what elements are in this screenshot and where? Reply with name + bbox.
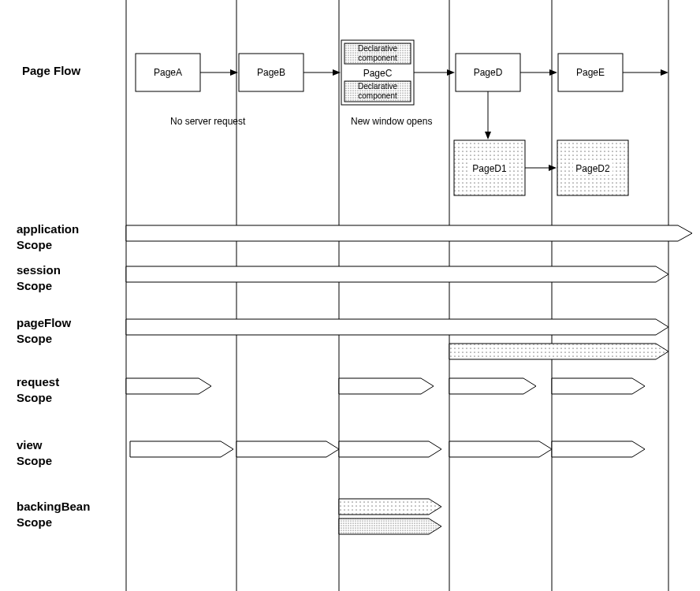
page-e-label: PageE xyxy=(576,67,605,78)
declarative-top-l1: Declarative xyxy=(358,44,397,53)
page-c-label: PageC xyxy=(363,68,393,79)
page-d1-box: PageD1 xyxy=(454,140,525,195)
page-d1-label: PageD1 xyxy=(472,163,507,174)
page-e-box: PageE xyxy=(558,54,623,91)
backingbean-scope-l2: Scope xyxy=(17,515,52,529)
declarative-bottom-l2: component xyxy=(358,91,397,100)
session-scope-arrow xyxy=(126,266,668,282)
page-d-label: PageD xyxy=(474,67,503,78)
declarative-top-l2: component xyxy=(358,54,397,62)
page-b-label: PageB xyxy=(257,67,285,78)
declarative-bottom-l1: Declarative xyxy=(358,82,397,91)
page-a-label: PageA xyxy=(154,67,182,78)
page-c-box: Declarative component PageC Declarative … xyxy=(341,40,414,105)
application-scope-arrow xyxy=(126,225,692,241)
session-scope-l1: session xyxy=(17,263,61,277)
page-flow-label: Page Flow xyxy=(22,64,81,77)
backingbean-scope-arrows xyxy=(339,499,441,534)
backingbean-scope-l1: backingBean xyxy=(17,500,90,513)
request-scope-arrows xyxy=(126,378,645,394)
request-scope-l2: Scope xyxy=(17,391,52,404)
view-scope-l1: view xyxy=(17,438,43,452)
application-scope-l2: Scope xyxy=(17,238,52,251)
scope-diagram: Page Flow PageA PageB Declarative compon… xyxy=(0,0,700,591)
pageflow-scope-l1: pageFlow xyxy=(17,316,72,329)
view-scope-arrows xyxy=(130,441,645,457)
page-d2-box: PageD2 xyxy=(557,140,628,195)
session-scope-l2: Scope xyxy=(17,279,52,292)
note-no-server: No server request xyxy=(170,116,246,127)
pageflow-scope-arrow-dotted xyxy=(449,344,668,359)
page-d2-label: PageD2 xyxy=(575,163,610,174)
note-new-window: New window opens xyxy=(351,116,432,127)
page-a-box: PageA xyxy=(136,54,200,91)
page-d-box: PageD xyxy=(456,54,520,91)
pageflow-scope-arrow xyxy=(126,319,668,335)
view-scope-l2: Scope xyxy=(17,454,52,467)
request-scope-l1: request xyxy=(17,375,59,388)
page-b-box: PageB xyxy=(239,54,303,91)
pageflow-scope-l2: Scope xyxy=(17,332,52,345)
application-scope-l1: application xyxy=(17,222,79,236)
